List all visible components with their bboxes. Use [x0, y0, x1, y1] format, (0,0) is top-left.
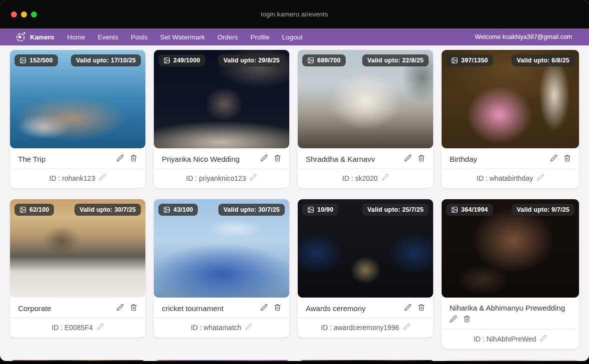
photo-count-badge: 364/1994	[446, 204, 493, 216]
photo-icon	[19, 206, 26, 213]
trash-icon	[418, 304, 425, 313]
edit-event-button[interactable]	[260, 154, 268, 163]
kamero-logo-icon	[15, 31, 27, 43]
valid-upto-badge: Valid upto: 17/10/25	[71, 54, 141, 66]
app-navbar: Kamero Home Events Posts Set Watermark O…	[0, 28, 589, 45]
delete-event-button[interactable]	[130, 304, 137, 313]
event-title: Priyanka Nico Wedding	[162, 155, 246, 163]
edit-id-button[interactable]	[99, 174, 106, 182]
event-title-row: Priyanka Nico Wedding	[154, 148, 289, 169]
event-photo-partial[interactable]	[154, 360, 290, 361]
nav-item-logout[interactable]: Logout	[282, 33, 303, 41]
event-photo[interactable]: 62/100 Valid upto: 30/7/25	[10, 199, 145, 298]
event-card: 689/700 Valid upto: 22/8/25 Shraddha & K…	[298, 50, 433, 188]
pencil-icon	[260, 154, 268, 163]
event-id-row: ID : priyanknico123	[154, 169, 289, 188]
pencil-icon	[550, 154, 558, 163]
edit-id-button[interactable]	[540, 335, 547, 343]
event-title: Niharika & Abhimanyu Prewedding	[450, 304, 571, 312]
edit-id-button[interactable]	[403, 323, 410, 332]
pencil-icon	[403, 323, 410, 332]
event-id-text: ID : awardceremony1996	[321, 324, 399, 332]
valid-upto-text: Valid upto: 29/8/25	[223, 57, 280, 64]
edit-event-button[interactable]	[116, 154, 124, 163]
event-photo-partial[interactable]	[10, 360, 146, 361]
trash-icon	[274, 304, 281, 313]
photo-count-badge: 249/1000	[158, 54, 205, 66]
event-card: 10/90 Valid upto: 25/7/25 Awards ceremon…	[298, 199, 433, 338]
edit-event-button[interactable]	[260, 304, 268, 313]
pencil-icon	[450, 315, 457, 324]
edit-event-button[interactable]	[404, 304, 412, 313]
pencil-icon	[99, 174, 106, 182]
photo-count-badge: 62/100	[14, 204, 54, 216]
delete-event-button[interactable]	[418, 154, 425, 163]
photo-count-text: 152/500	[29, 57, 53, 64]
photo-icon	[163, 206, 170, 213]
event-photo-partial[interactable]	[443, 360, 579, 361]
photo-icon	[307, 206, 314, 213]
delete-event-button[interactable]	[564, 154, 571, 163]
trash-icon	[130, 304, 137, 313]
pencil-icon	[537, 174, 544, 182]
edit-id-button[interactable]	[250, 174, 257, 182]
edit-event-button[interactable]	[450, 315, 457, 324]
event-title: The Trip	[18, 155, 51, 163]
pencil-icon	[382, 174, 389, 182]
trash-icon	[130, 154, 137, 163]
brand-logo[interactable]: Kamero	[15, 31, 54, 43]
page-content: 152/500 Valid upto: 17/10/25 The Trip	[0, 45, 589, 361]
valid-upto-text: Valid upto: 30/7/25	[79, 206, 136, 213]
event-id-text: ID : sk2020	[342, 174, 378, 182]
edit-id-button[interactable]	[382, 174, 389, 182]
edit-id-button[interactable]	[97, 323, 104, 332]
nav-item-orders[interactable]: Orders	[217, 33, 238, 41]
trash-icon	[564, 154, 571, 163]
nav-item-posts[interactable]: Posts	[131, 33, 148, 41]
edit-event-button[interactable]	[116, 304, 124, 313]
nav-item-set-watermark[interactable]: Set Watermark	[160, 33, 205, 41]
event-photo[interactable]: 10/90 Valid upto: 25/7/25	[298, 199, 433, 298]
event-id-text: ID : NihAbhiPreWed	[474, 335, 536, 343]
photo-count-text: 10/90	[317, 206, 333, 213]
valid-upto-badge: Valid upto: 30/7/25	[74, 204, 141, 216]
event-photo[interactable]: 249/1000 Valid upto: 29/8/25	[154, 50, 289, 148]
delete-event-button[interactable]	[130, 154, 137, 163]
event-card: 249/1000 Valid upto: 29/8/25 Priyanka Ni…	[154, 50, 289, 188]
event-photo[interactable]: 43/100 Valid upto: 30/7/25	[154, 199, 289, 298]
event-photo[interactable]: 152/500 Valid upto: 17/10/25	[10, 50, 145, 148]
event-actions	[116, 154, 137, 163]
event-photo[interactable]: 364/1994 Valid upto: 9/7/25	[442, 199, 579, 298]
event-photo-partial[interactable]	[299, 360, 435, 361]
photo-count-text: 62/100	[29, 206, 49, 213]
event-photo[interactable]: 397/1350 Valid upto: 6/8/25	[442, 50, 579, 148]
photo-count-badge: 43/100	[158, 204, 198, 216]
nav-links: Home Events Posts Set Watermark Orders P…	[67, 33, 302, 41]
address-bar-text: login.kamero.ai/events	[0, 10, 589, 18]
edit-id-button[interactable]	[537, 174, 544, 182]
nav-item-home[interactable]: Home	[67, 33, 85, 41]
photo-icon	[307, 57, 314, 64]
pencil-icon	[245, 323, 252, 332]
valid-upto-badge: Valid upto: 29/8/25	[218, 54, 285, 66]
window-titlebar: login.kamero.ai/events	[0, 0, 589, 28]
edit-event-button[interactable]	[404, 154, 412, 163]
event-title-row: Awards ceremony	[298, 298, 433, 318]
edit-event-button[interactable]	[550, 154, 558, 163]
pencil-icon	[260, 304, 268, 313]
delete-event-button[interactable]	[274, 154, 281, 163]
edit-id-button[interactable]	[245, 323, 252, 332]
photo-icon	[163, 57, 170, 64]
event-title-row: cricket tournament	[154, 298, 289, 318]
delete-event-button[interactable]	[463, 315, 471, 324]
event-id-row: ID : rohank123	[10, 169, 145, 188]
photo-count-badge: 397/1350	[446, 54, 493, 66]
delete-event-button[interactable]	[418, 304, 425, 313]
event-photo[interactable]: 689/700 Valid upto: 22/8/25	[298, 50, 433, 148]
pencil-icon	[540, 335, 547, 343]
nav-item-profile[interactable]: Profile	[250, 33, 269, 41]
valid-upto-badge: Valid upto: 9/7/25	[512, 204, 575, 216]
delete-event-button[interactable]	[274, 304, 281, 313]
nav-item-events[interactable]: Events	[97, 33, 118, 41]
trash-icon	[274, 154, 281, 163]
